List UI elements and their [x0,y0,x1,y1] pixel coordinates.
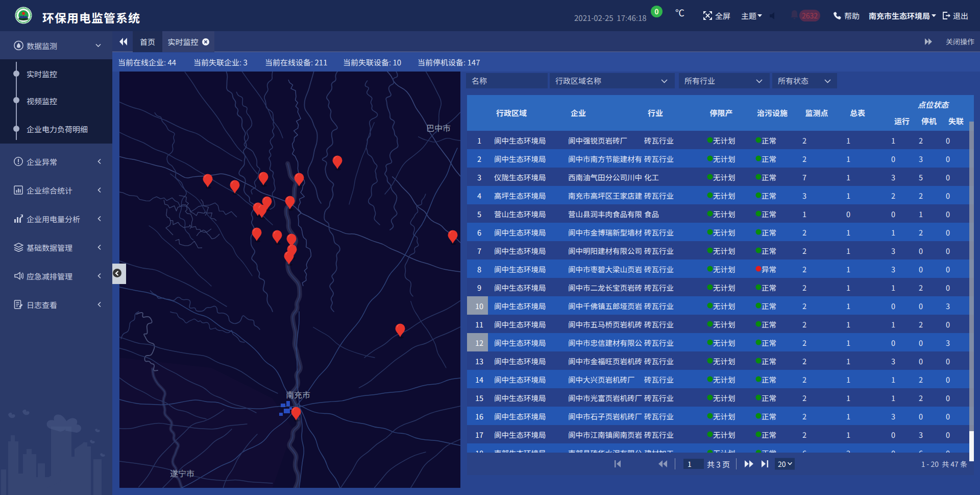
svg-text:遂宁市: 遂宁市 [170,467,194,479]
svg-text:南充市: 南充市 [286,388,310,400]
svg-text:巴中市: 巴中市 [426,122,451,134]
